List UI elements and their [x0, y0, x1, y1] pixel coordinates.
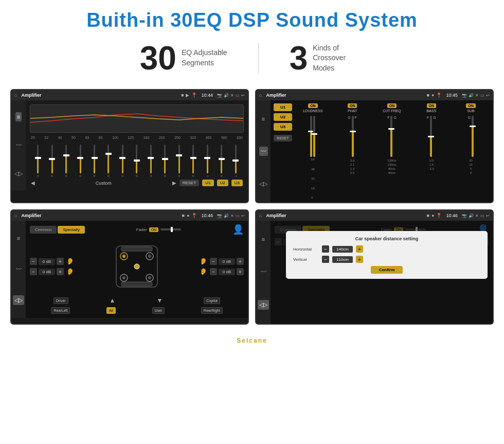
cx-reset-btn[interactable]: RESET	[274, 135, 292, 141]
side-dist-btn3[interactable]: ◁▷	[258, 300, 269, 310]
eq-slider-4[interactable]: 0	[91, 145, 99, 177]
sp-plus-0[interactable]: +	[57, 258, 64, 265]
time-sp: 10:46	[201, 213, 213, 218]
side-cx-btn2[interactable]: 〰	[259, 147, 268, 156]
dist-confirm-btn[interactable]: Confirm	[371, 266, 403, 274]
eq-slider-3[interactable]: 0	[76, 145, 84, 177]
eq-reset-btn[interactable]: RESET	[179, 180, 200, 186]
sp-content: Common Specialty Fader ON 👤	[26, 221, 248, 318]
eq-u2-btn[interactable]: U2	[217, 180, 228, 186]
side-eq-btn[interactable]: ≡	[15, 112, 22, 121]
dist-dialog: Car speaker distance setting Horizontal …	[286, 231, 488, 279]
back-icon-cx[interactable]: ↩	[486, 93, 490, 98]
cx-name-phat: PHAT	[348, 109, 357, 113]
sp-nav-down[interactable]: ▼	[156, 297, 163, 304]
sp-minus-0[interactable]: −	[30, 258, 37, 265]
sp-minus-3[interactable]: −	[210, 268, 217, 275]
eq-slider-10[interactable]: 0	[175, 145, 183, 177]
cx-vslider-loudness-r[interactable]	[313, 116, 315, 157]
home-icon-cx[interactable]: ⌂	[259, 93, 262, 98]
eq-freq-labels: 25 32 40 50 63 80 100 125 160 200 250 32…	[30, 136, 244, 139]
status-icons-cx: 📷 🔊 ✕ ▭ ↩	[462, 93, 490, 98]
eq-u1-btn[interactable]: U1	[202, 180, 213, 186]
back-icon-sp[interactable]: ↩	[241, 214, 245, 218]
time-eq: 10:44	[201, 93, 213, 98]
sp-fader-on[interactable]: ON	[149, 227, 159, 232]
sp-top-row: Common Specialty Fader ON 👤	[30, 224, 244, 235]
sq-icon-dist: ▭	[480, 214, 484, 218]
cx-u3-btn[interactable]: U3	[274, 123, 292, 131]
cx-u1-btn[interactable]: U1	[274, 103, 292, 111]
dist-horizontal-plus[interactable]: +	[356, 245, 363, 253]
side-sp-btn1[interactable]: ≡	[15, 234, 22, 243]
page-header: Buith-in 30EQ DSP Sound System	[0, 0, 504, 37]
side-sp-btn2[interactable]: 〰	[14, 264, 23, 274]
side-dist-btn1[interactable]: ≡	[260, 235, 266, 244]
sp-plus-1[interactable]: +	[57, 268, 64, 275]
eq-next-btn[interactable]: ▶	[172, 180, 176, 186]
cx-on-bass[interactable]: ON	[427, 103, 437, 108]
cx-on-loudness[interactable]: ON	[308, 103, 318, 108]
home-icon-sp[interactable]: ⌂	[14, 213, 17, 218]
x-icon-eq: ✕	[230, 93, 234, 98]
cx-on-cutfreq[interactable]: ON	[387, 103, 397, 108]
eq-slider-7[interactable]: 0	[133, 145, 141, 177]
cx-vslider-cutfreq-l[interactable]	[390, 116, 392, 157]
eq-prev-btn[interactable]: ◀	[31, 180, 35, 186]
sq-icon-cx: ▭	[480, 93, 484, 98]
sp-minus-1[interactable]: −	[30, 268, 37, 275]
sp-user-btn[interactable]: User	[152, 307, 165, 314]
sp-tabs: Common Specialty	[30, 226, 85, 234]
sp-tab-common[interactable]: Common	[30, 226, 57, 234]
eq-slider-14[interactable]: -1	[231, 145, 240, 177]
sp-rearright-btn[interactable]: RearRight	[201, 307, 223, 314]
dist-vertical-val: 110cm	[332, 256, 353, 263]
back-icon-dist[interactable]: ↩	[486, 214, 490, 218]
dist-vertical-plus[interactable]: +	[356, 256, 363, 263]
side-sp-btn3[interactable]: ◁▷	[13, 295, 24, 305]
side-vol-btn[interactable]: ◁▷	[13, 169, 24, 179]
home-icon-dist[interactable]: ⌂	[259, 213, 262, 218]
side-wave-btn[interactable]: 〰	[14, 140, 23, 150]
eq-slider-0[interactable]: 0	[34, 145, 42, 177]
dist-horizontal-minus[interactable]: −	[322, 245, 329, 253]
sp-minus-2[interactable]: −	[210, 258, 217, 265]
cx-vslider-loudness-l[interactable]	[310, 116, 312, 157]
eq-slider-2[interactable]: 5	[62, 145, 70, 177]
sp-driver-btn[interactable]: Driver	[53, 297, 68, 304]
cam-icon-cx: 📷	[462, 93, 467, 98]
cx-channel-sub: ON SUB G 20 15 5	[452, 103, 490, 199]
back-icon-eq[interactable]: ↩	[241, 93, 245, 98]
eq-u3-btn[interactable]: U3	[231, 180, 243, 186]
home-icon-eq[interactable]: ⌂	[14, 93, 17, 98]
side-cx-btn3[interactable]: ◁▷	[258, 179, 269, 189]
eq-slider-11[interactable]: 0	[189, 145, 197, 177]
eq-slider-12[interactable]: -1	[203, 145, 211, 177]
dist-vertical-minus[interactable]: −	[322, 256, 329, 263]
eq-slider-13[interactable]: 0	[218, 145, 226, 177]
eq-slider-1[interactable]: 0	[48, 145, 56, 177]
cx-on-sub[interactable]: ON	[466, 103, 476, 108]
cx-vslider-phat[interactable]	[352, 116, 354, 157]
sp-plus-2[interactable]: +	[237, 258, 244, 265]
sp-nav-up[interactable]: ▲	[110, 297, 116, 304]
sp-all-btn[interactable]: All	[106, 307, 116, 314]
sp-copilot-btn[interactable]: Copilot	[204, 297, 220, 304]
sp-fader-track[interactable]	[160, 228, 181, 230]
cx-vslider-bass-l[interactable]	[430, 116, 432, 157]
cx-on-phat[interactable]: ON	[348, 103, 357, 108]
dot-icon-sp: ●	[187, 213, 189, 218]
sp-tab-specialty[interactable]: Specialty	[58, 226, 84, 234]
eq-slider-6[interactable]: 0	[118, 145, 127, 177]
sp-rearleft-btn[interactable]: RearLeft	[51, 307, 70, 314]
eq-slider-8[interactable]: 0	[147, 145, 155, 177]
side-dist-btn2[interactable]: 〰	[259, 267, 268, 276]
sp-plus-3[interactable]: +	[237, 268, 244, 275]
side-cx-btn1[interactable]: ≡	[260, 114, 266, 123]
cx-u2-btn[interactable]: U2	[274, 113, 292, 121]
eq-slider-5[interactable]: 0	[104, 145, 113, 177]
dist-horizontal-label: Horizontal	[293, 247, 319, 252]
eq-freq-7: 125	[128, 136, 134, 139]
cx-vslider-sub[interactable]	[472, 116, 474, 157]
eq-slider-9[interactable]: 0	[161, 145, 169, 177]
